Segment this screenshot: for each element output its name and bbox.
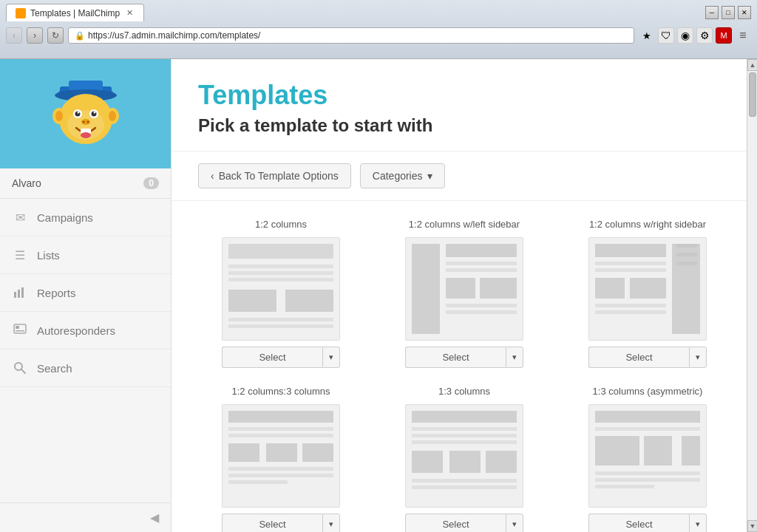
select-caret-t1[interactable]: ▾ bbox=[322, 347, 340, 368]
toolbar: ‹ Back To Template Options Categories ▾ bbox=[172, 151, 757, 201]
tab-title: Templates | MailChimp bbox=[30, 8, 120, 18]
maximize-button[interactable]: □ bbox=[722, 6, 735, 19]
preview-line bbox=[228, 427, 333, 431]
select-row-t1: Select ▾ bbox=[222, 347, 340, 368]
preview-line bbox=[595, 478, 700, 482]
svg-rect-21 bbox=[14, 292, 16, 298]
scroll-track bbox=[747, 71, 757, 520]
preview-block bbox=[630, 278, 666, 299]
minimize-button[interactable]: ─ bbox=[705, 6, 719, 19]
sidebar-item-search[interactable]: Search bbox=[0, 349, 171, 387]
star-icon[interactable]: ★ bbox=[639, 27, 655, 44]
address-bar: ‹ › ↻ 🔒 https://us7.admin.mailchimp.com/… bbox=[0, 24, 757, 47]
preview-line bbox=[595, 268, 666, 272]
preview-block bbox=[644, 436, 672, 466]
lists-label: Lists bbox=[37, 249, 60, 262]
back-chevron-icon: ‹ bbox=[211, 170, 214, 182]
browser-chrome: Templates | MailChimp ✕ ─ □ ✕ ‹ › ↻ 🔒 ht… bbox=[0, 0, 757, 59]
categories-dropdown-button[interactable]: Categories ▾ bbox=[360, 163, 445, 188]
forward-nav-button[interactable]: › bbox=[27, 27, 43, 44]
select-button-t5[interactable]: Select bbox=[405, 514, 506, 532]
sidebar-item-campaigns[interactable]: ✉ Campaigns bbox=[0, 199, 171, 236]
preview-block bbox=[266, 443, 297, 462]
tab-close-button[interactable]: ✕ bbox=[124, 8, 135, 18]
template-card-t5: 1:3 columns Select ▾ bbox=[381, 386, 547, 532]
tab-favicon bbox=[16, 8, 26, 18]
preview-line bbox=[446, 262, 517, 265]
scroll-up-button[interactable]: ▲ bbox=[747, 59, 757, 71]
template-name-t5: 1:3 columns bbox=[438, 386, 490, 397]
reports-icon bbox=[12, 284, 28, 301]
user-row: Alvaro 0 bbox=[0, 168, 171, 199]
preview-line bbox=[412, 440, 517, 444]
menu-button[interactable]: ≡ bbox=[735, 27, 751, 44]
select-button-t1[interactable]: Select bbox=[222, 347, 322, 368]
svg-point-18 bbox=[86, 121, 89, 123]
select-row-t4: Select ▾ bbox=[222, 514, 340, 532]
sidebar-header bbox=[0, 59, 171, 168]
svg-point-8 bbox=[109, 111, 116, 121]
preview-block bbox=[228, 443, 259, 462]
preview-block bbox=[449, 451, 481, 473]
back-to-template-options-button[interactable]: ‹ Back To Template Options bbox=[198, 163, 351, 188]
scroll-thumb[interactable] bbox=[749, 72, 756, 117]
close-button[interactable]: ✕ bbox=[738, 6, 751, 19]
select-button-t3[interactable]: Select bbox=[588, 347, 689, 368]
page-title: Templates bbox=[198, 80, 730, 111]
template-preview-t1 bbox=[222, 237, 340, 341]
preview-block bbox=[412, 411, 517, 423]
select-caret-t2[interactable]: ▾ bbox=[506, 347, 523, 368]
select-row-t6: Select ▾ bbox=[588, 514, 707, 532]
svg-rect-23 bbox=[21, 287, 24, 298]
sidebar-toggle[interactable]: ◀ bbox=[0, 502, 171, 532]
ext-icon-3[interactable]: ⚙ bbox=[696, 27, 713, 44]
select-button-t4[interactable]: Select bbox=[222, 514, 322, 532]
preview-line bbox=[595, 485, 654, 488]
preview-line bbox=[228, 318, 333, 321]
preview-line bbox=[412, 434, 517, 437]
select-button-t2[interactable]: Select bbox=[405, 347, 506, 368]
select-caret-t6[interactable]: ▾ bbox=[689, 514, 707, 532]
reports-label: Reports bbox=[37, 287, 76, 299]
scrollbar[interactable]: ▲ ▼ bbox=[747, 59, 757, 532]
template-name-t3: 1:2 columns w/right sidebar bbox=[589, 219, 706, 230]
template-card-t4: 1:2 columns:3 columns Select ▾ bbox=[198, 386, 364, 532]
svg-rect-25 bbox=[16, 326, 19, 329]
preview-line bbox=[228, 271, 333, 275]
select-row-t2: Select ▾ bbox=[405, 347, 523, 368]
url-bar[interactable]: 🔒 https://us7.admin.mailchimp.com/templa… bbox=[68, 27, 634, 44]
preview-line bbox=[595, 427, 700, 431]
preview-block bbox=[228, 411, 333, 423]
sidebar-item-lists[interactable]: ☰ Lists bbox=[0, 236, 171, 274]
template-card-t2: 1:2 columns w/left sidebar Select bbox=[381, 219, 547, 368]
svg-point-7 bbox=[55, 111, 63, 121]
template-preview-t4 bbox=[222, 404, 340, 508]
svg-rect-24 bbox=[14, 324, 26, 333]
main-content: Templates Pick a template to start with … bbox=[172, 59, 757, 532]
template-name-t6: 1:3 columns (asymmetric) bbox=[593, 386, 703, 397]
preview-line bbox=[595, 471, 700, 475]
ext-icon-1[interactable]: 🛡 bbox=[658, 27, 674, 44]
preview-block bbox=[595, 411, 700, 423]
scroll-down-button[interactable]: ▼ bbox=[747, 520, 757, 532]
categories-label: Categories bbox=[373, 170, 423, 182]
sidebar-item-autoresponders[interactable]: Autoresponders bbox=[0, 312, 171, 349]
select-caret-t3[interactable]: ▾ bbox=[689, 347, 707, 368]
ext-icon-2[interactable]: ◉ bbox=[677, 27, 693, 44]
select-button-t6[interactable]: Select bbox=[588, 514, 689, 532]
svg-line-28 bbox=[21, 369, 25, 373]
sidebar-item-reports[interactable]: Reports bbox=[0, 274, 171, 312]
ext-icon-4[interactable]: M bbox=[716, 27, 732, 44]
browser-tab[interactable]: Templates | MailChimp ✕ bbox=[6, 4, 144, 21]
select-caret-t4[interactable]: ▾ bbox=[322, 514, 340, 532]
select-caret-t5[interactable]: ▾ bbox=[506, 514, 523, 532]
title-bar: Templates | MailChimp ✕ ─ □ ✕ bbox=[0, 0, 757, 24]
preview-line bbox=[228, 324, 333, 328]
refresh-button[interactable]: ↻ bbox=[47, 27, 64, 44]
page-subtitle: Pick a template to start with bbox=[198, 115, 730, 136]
preview-line bbox=[446, 304, 517, 307]
mailchimp-logo bbox=[38, 66, 134, 162]
select-row-t5: Select ▾ bbox=[405, 514, 523, 532]
back-nav-button[interactable]: ‹ bbox=[6, 27, 22, 44]
template-preview-t6 bbox=[588, 404, 707, 508]
